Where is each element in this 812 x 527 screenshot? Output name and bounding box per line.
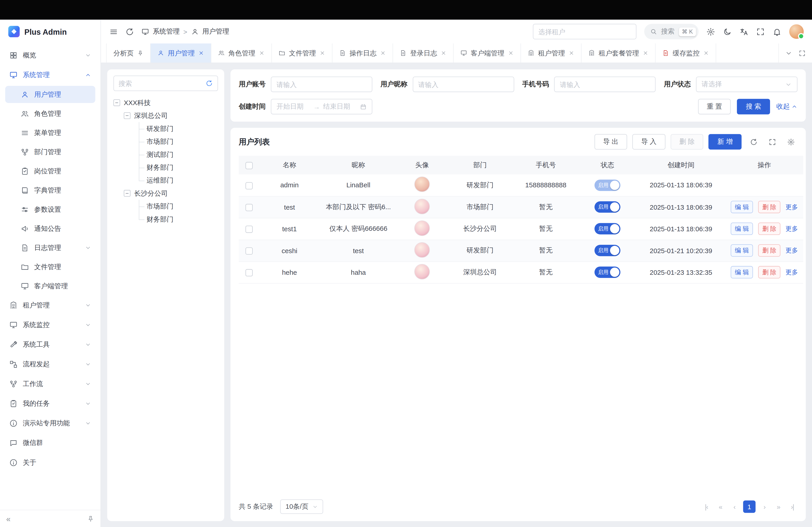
first-page-icon[interactable]: |‹	[701, 501, 712, 512]
tab-tenant-package[interactable]: 租户套餐管理	[581, 44, 655, 63]
phone-input-field[interactable]	[560, 80, 650, 88]
delete-row-button[interactable]: 删 除	[758, 244, 781, 257]
close-icon[interactable]	[380, 50, 386, 56]
global-search[interactable]: 搜索 ⌘ K	[644, 24, 698, 40]
row-checkbox[interactable]	[245, 226, 252, 233]
sidebar-item-file-management[interactable]: 文件管理	[5, 258, 95, 275]
tab-cache-monitor[interactable]: 缓存监控	[656, 44, 716, 63]
close-icon[interactable]	[508, 50, 513, 56]
current-page-button[interactable]: 1	[743, 500, 756, 513]
close-icon[interactable]	[198, 50, 204, 56]
sidebar-item-post-management[interactable]: 岗位管理	[5, 163, 95, 180]
delete-row-button[interactable]: 删 除	[758, 223, 781, 235]
tab-operation-log[interactable]: 操作日志	[332, 44, 393, 63]
tree-node-department[interactable]: 运维部门	[138, 174, 218, 187]
tree-node-department[interactable]: 市场部门	[138, 135, 218, 148]
tree-node-company[interactable]: − 长沙分公司	[124, 187, 218, 200]
tab-role-management[interactable]: 角色管理	[211, 44, 272, 63]
tree-node-company[interactable]: − 深圳总公司	[124, 109, 218, 122]
tree-node-department[interactable]: 研发部门	[138, 122, 218, 135]
nickname-input-field[interactable]	[418, 80, 508, 88]
next-chunk-icon[interactable]: »	[773, 501, 784, 512]
sidebar-item-system-management[interactable]: 系统管理	[5, 66, 95, 84]
close-icon[interactable]	[643, 50, 648, 56]
pin-icon[interactable]	[137, 50, 143, 56]
sidebar-item-param-settings[interactable]: 参数设置	[5, 201, 95, 218]
delete-button[interactable]: 删 除	[670, 134, 704, 150]
tab-login-log[interactable]: 登录日志	[393, 44, 454, 63]
collapse-node-icon[interactable]: −	[124, 112, 131, 119]
account-input[interactable]	[271, 77, 372, 92]
date-range-input[interactable]: 开始日期 → 结束日期	[271, 99, 372, 115]
tree-node-department[interactable]: 财务部门	[138, 213, 218, 226]
add-button[interactable]: 新 增	[709, 134, 742, 150]
status-toggle[interactable]: 启用	[595, 223, 621, 235]
sidebar-item-about[interactable]: 关于	[5, 454, 95, 471]
hamburger-icon[interactable]	[109, 27, 118, 36]
fullscreen-content-icon[interactable]	[798, 49, 806, 57]
import-button[interactable]: 导 入	[633, 134, 665, 150]
status-select[interactable]: 请选择	[696, 77, 798, 92]
sync-icon[interactable]	[205, 80, 213, 87]
collapse-sidebar-button[interactable]: «	[6, 514, 11, 523]
status-toggle[interactable]: 启用	[595, 201, 621, 213]
status-toggle[interactable]: 启用	[595, 179, 621, 191]
language-icon[interactable]	[740, 27, 749, 36]
more-button[interactable]: 更多	[786, 203, 798, 210]
edit-button[interactable]: 编 辑	[731, 223, 753, 235]
collapse-node-icon[interactable]: −	[124, 190, 131, 197]
pin-sidebar-icon[interactable]	[87, 515, 94, 523]
sidebar-item-wechat-group[interactable]: 微信群	[5, 434, 95, 452]
delete-row-button[interactable]: 删 除	[758, 266, 781, 278]
close-icon[interactable]	[569, 50, 574, 56]
edit-button[interactable]: 编 辑	[731, 201, 753, 213]
close-icon[interactable]	[259, 50, 264, 56]
close-icon[interactable]	[703, 50, 709, 56]
fullscreen-table-button[interactable]	[765, 135, 779, 149]
dark-mode-icon[interactable]	[723, 27, 732, 36]
tab-analysis[interactable]: 分析页	[106, 44, 151, 63]
sidebar-item-menu-management[interactable]: 菜单管理	[5, 124, 95, 141]
status-toggle[interactable]: 启用	[595, 245, 621, 256]
nickname-input[interactable]	[412, 77, 514, 92]
next-page-icon[interactable]: ›	[759, 501, 770, 512]
refresh-icon[interactable]	[126, 27, 134, 36]
sidebar-item-role-management[interactable]: 角色管理	[5, 105, 95, 122]
edit-button[interactable]: 编 辑	[731, 244, 753, 257]
fullscreen-icon[interactable]	[756, 27, 765, 36]
more-button[interactable]: 更多	[786, 268, 798, 275]
close-icon[interactable]	[320, 50, 325, 56]
row-checkbox[interactable]	[245, 182, 252, 189]
reset-button[interactable]: 重 置	[698, 99, 731, 115]
tab-file-management[interactable]: 文件管理	[272, 44, 332, 63]
tab-user-management[interactable]: 用户管理	[151, 44, 211, 63]
delete-row-button[interactable]: 删 除	[758, 201, 781, 213]
collapse-filters-link[interactable]: 收起	[777, 102, 798, 111]
sidebar-item-system-monitor[interactable]: 系统监控	[5, 316, 95, 334]
row-checkbox[interactable]	[245, 269, 252, 276]
search-button[interactable]: 搜 索	[737, 99, 770, 115]
gear-icon[interactable]	[707, 27, 715, 36]
close-icon[interactable]	[441, 50, 446, 56]
sidebar-item-department-management[interactable]: 部门管理	[5, 144, 95, 161]
tenant-select-input[interactable]	[538, 28, 630, 35]
more-button[interactable]: 更多	[786, 225, 798, 232]
sidebar-item-log-management[interactable]: 日志管理	[5, 239, 95, 256]
row-checkbox[interactable]	[245, 247, 252, 255]
select-all-checkbox[interactable]	[245, 162, 252, 169]
sidebar-item-my-tasks[interactable]: 我的任务	[5, 395, 95, 412]
collapse-node-icon[interactable]: −	[114, 100, 120, 106]
last-page-icon[interactable]: ›|	[787, 501, 798, 512]
tab-tenant-management[interactable]: 租户管理	[521, 44, 582, 63]
sidebar-item-workflow[interactable]: 工作流	[5, 375, 95, 393]
sidebar-item-system-tools[interactable]: 系统工具	[5, 336, 95, 353]
sidebar-item-demo-functions[interactable]: 演示站专用功能	[5, 415, 95, 432]
refresh-table-button[interactable]	[747, 135, 760, 149]
phone-input[interactable]	[554, 77, 656, 92]
row-checkbox[interactable]	[245, 204, 252, 211]
status-toggle[interactable]: 启用	[595, 267, 621, 278]
sidebar-item-notice[interactable]: 通知公告	[5, 220, 95, 237]
user-avatar[interactable]	[789, 24, 804, 39]
prev-chunk-icon[interactable]: «	[715, 501, 726, 512]
table-settings-button[interactable]	[784, 135, 798, 149]
